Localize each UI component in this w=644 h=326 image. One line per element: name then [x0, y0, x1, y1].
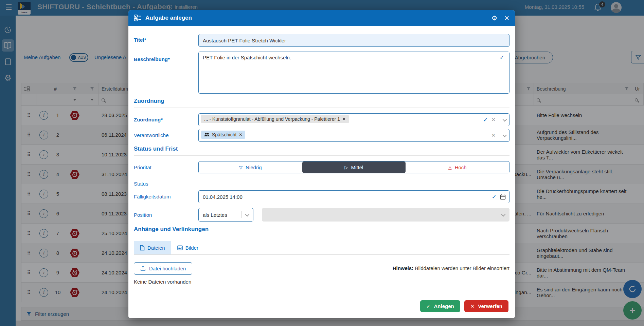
image-icon	[177, 245, 183, 250]
task-checklist-icon	[134, 14, 142, 22]
section-anhaenge: Anhänge und Verlinkungen	[134, 226, 509, 236]
titel-field[interactable]	[198, 34, 509, 47]
section-zuordnung: Zuordnung	[134, 98, 509, 108]
prioritaet-label: Priorität	[134, 165, 151, 170]
chevron-down-icon[interactable]	[503, 133, 507, 137]
titel-input[interactable]	[199, 34, 509, 46]
clear-icon[interactable]: ✕	[491, 132, 496, 138]
position-target-select	[262, 208, 509, 222]
people-icon	[204, 133, 210, 137]
dialog-header: Aufgabe anlegen ⚙ ✕	[128, 10, 515, 26]
triangle-up-icon: △	[448, 165, 452, 170]
verantwortliche-label: Verantwortliche	[134, 132, 169, 138]
attachment-tabs: Dateien Bilder	[134, 241, 509, 255]
verantwortliche-chip[interactable]: Spätschicht ✕	[201, 131, 245, 139]
upload-icon	[140, 266, 146, 271]
triangle-down-icon: ▽	[239, 165, 243, 170]
triangle-right-icon: ▷	[345, 165, 348, 170]
position-select[interactable]: als Letztes	[198, 208, 253, 222]
section-status-frist: Status und Frist	[134, 146, 509, 156]
chevron-down-icon[interactable]	[503, 117, 507, 121]
tab-dateien[interactable]: Dateien	[134, 241, 171, 254]
faelligkeitsdatum-label: Fälligkeitsdatum	[134, 194, 171, 199]
priority-mittel-button[interactable]: ▷Mittel	[302, 161, 406, 173]
file-icon	[140, 245, 145, 251]
dialog-title: Aufgabe anlegen	[145, 15, 192, 21]
chip-remove-icon[interactable]: ✕	[342, 117, 346, 121]
status-label: Status	[134, 181, 148, 187]
priority-hoch-button[interactable]: △Hoch	[406, 161, 509, 173]
create-task-dialog: Aufgabe anlegen ⚙ ✕ Titel* Beschreibung*…	[128, 10, 515, 318]
upload-file-button[interactable]: Datei hochladen	[134, 262, 192, 275]
tab-bilder[interactable]: Bilder	[171, 241, 204, 254]
dialog-footer: ✓Anlegen ✕Verwerfen	[128, 294, 515, 318]
zuordnung-chip[interactable]: ... - Kunststoffgranulat - Abfüllung und…	[201, 115, 349, 123]
clear-icon[interactable]: ✕	[491, 117, 496, 123]
beschreibung-input[interactable]: PET-Folie in der Spätschicht wechseln.	[199, 52, 509, 93]
chevron-down-icon	[245, 212, 250, 216]
verwerfen-button[interactable]: ✕Verwerfen	[464, 300, 508, 312]
position-label: Position	[134, 212, 152, 218]
dialog-settings-gear-icon[interactable]: ⚙	[491, 14, 497, 22]
upload-hint: Hinweis: Bilddateien werden unter Bilder…	[393, 265, 509, 271]
empty-files-text: Keine Dateien vorhanden	[134, 279, 191, 285]
chip-remove-icon[interactable]: ✕	[239, 132, 242, 137]
valid-check-icon: ✓	[483, 116, 488, 123]
x-icon: ✕	[470, 303, 475, 309]
dialog-body: Titel* Beschreibung* PET-Folie in der Sp…	[128, 26, 515, 294]
valid-check-icon: ✓	[500, 54, 504, 61]
priority-niedrig-button[interactable]: ▽Niedrig	[199, 161, 302, 173]
anlegen-button[interactable]: ✓Anlegen	[420, 300, 460, 312]
calendar-icon[interactable]	[500, 194, 506, 200]
dialog-close-icon[interactable]: ✕	[504, 14, 509, 22]
check-icon: ✓	[426, 303, 431, 309]
chevron-down-icon	[501, 212, 506, 216]
verantwortliche-field[interactable]: Spätschicht ✕ ✕	[198, 129, 509, 142]
titel-label: Titel*	[134, 37, 146, 43]
beschreibung-label: Beschreibung*	[134, 56, 170, 62]
beschreibung-field[interactable]: PET-Folie in der Spätschicht wechseln. ✓	[198, 52, 509, 94]
faelligkeitsdatum-field[interactable]: ✓	[198, 190, 509, 203]
faelligkeitsdatum-input[interactable]	[199, 191, 509, 203]
prioritaet-control: ▽Niedrig ▷Mittel △Hoch	[198, 161, 509, 173]
valid-check-icon: ✓	[492, 193, 497, 200]
zuordnung-field[interactable]: ... - Kunststoffgranulat - Abfüllung und…	[198, 113, 509, 126]
zuordnung-label: Zuordnung*	[134, 117, 163, 122]
